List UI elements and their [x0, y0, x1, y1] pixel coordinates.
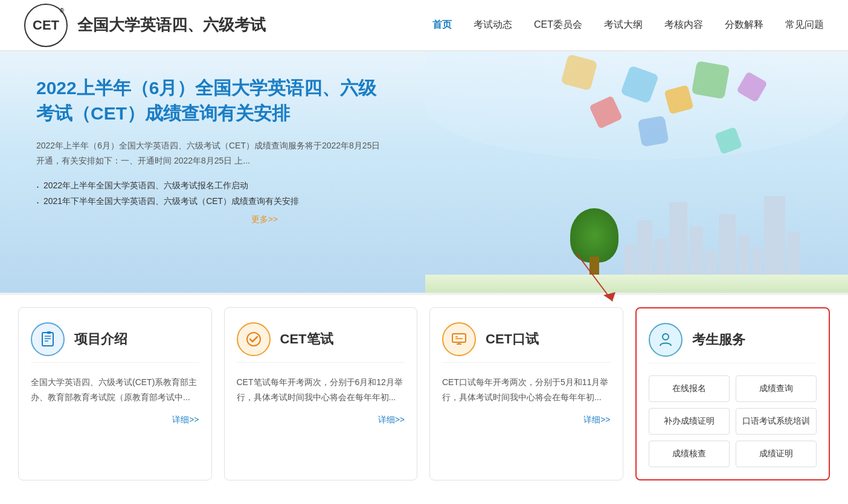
- btn-score-check[interactable]: 成绩核查: [649, 441, 730, 467]
- card-oral-link[interactable]: 详细>>: [442, 415, 611, 426]
- nav-home[interactable]: 首页: [432, 19, 452, 31]
- cards-section: 项目介绍 全国大学英语四、六级考试(CET)系教育部主办、教育部教育考试院（原教…: [0, 295, 848, 493]
- card-project-title: 项目介绍: [74, 330, 127, 348]
- card-project-header: 项目介绍: [31, 322, 199, 363]
- hero-title: 2022上半年（6月）全国大学英语四、六级考试（CET）成绩查询有关安排: [36, 75, 387, 126]
- btn-certificate-reissue[interactable]: 补办成绩证明: [649, 408, 730, 435]
- svg-rect-4: [47, 331, 51, 334]
- card-service: 考生服务 在线报名 成绩查询 补办成绩证明 口语考试系统培训 成绩核查 成绩证明: [635, 307, 830, 480]
- card-oral-header: CET口试: [442, 322, 611, 363]
- service-buttons-grid: 在线报名 成绩查询 补办成绩证明 口语考试系统培训 成绩核查 成绩证明: [649, 375, 817, 467]
- btn-oral-training[interactable]: 口语考试系统培训: [736, 408, 817, 435]
- card-project-link[interactable]: 详细>>: [31, 415, 199, 426]
- card-written: CET笔试 CET笔试每年开考两次，分别于6月和12月举行，具体考试时间我中心将…: [224, 307, 418, 480]
- nav-content[interactable]: 考核内容: [664, 19, 703, 31]
- btn-online-register[interactable]: 在线报名: [649, 375, 730, 402]
- card-written-link[interactable]: 详细>>: [237, 415, 405, 426]
- card-written-icon: [237, 322, 271, 356]
- hero-desc: 2022年上半年（6月）全国大学英语四、六级考试（CET）成绩查询服务将于202…: [36, 138, 387, 168]
- checkmark-icon: [245, 331, 262, 348]
- main-nav: 首页 考试动态 CET委员会 考试大纲 考核内容 分数解释 常见问题: [432, 19, 824, 31]
- computer-icon: [451, 331, 467, 348]
- card-project-body: 全国大学英语四、六级考试(CET)系教育部主办、教育部教育考试院（原教育部考试中…: [31, 375, 199, 405]
- nav-news[interactable]: 考试动态: [474, 19, 512, 31]
- svg-point-5: [247, 333, 260, 346]
- btn-score-cert[interactable]: 成绩证明: [736, 441, 817, 467]
- card-oral-title: CET口试: [486, 330, 539, 348]
- hero-news-list: 2022年上半年全国大学英语四、六级考试报名工作启动 2021年下半年全国大学英…: [36, 180, 387, 207]
- tree-top: [570, 208, 618, 263]
- nav-faq[interactable]: 常见问题: [785, 19, 824, 31]
- cet-logo: CET: [24, 4, 68, 47]
- more-link[interactable]: 更多>>: [36, 214, 278, 225]
- card-written-body: CET笔试每年开考两次，分别于6月和12月举行，具体考试时间我中心将会在每年年初…: [237, 375, 405, 405]
- hero-content: 2022上半年（6月）全国大学英语四、六级考试（CET）成绩查询有关安排 202…: [36, 75, 387, 225]
- btn-score-query[interactable]: 成绩查询: [736, 375, 817, 402]
- card-oral: CET口试 CET口试每年开考两次，分别于5月和11月举行，具体考试时间我中心将…: [429, 307, 623, 480]
- hero-bg: [425, 51, 848, 293]
- nav-scores[interactable]: 分数解释: [725, 19, 763, 31]
- document-icon: [39, 331, 56, 348]
- card-written-header: CET笔试: [237, 322, 405, 363]
- svg-point-11: [663, 334, 669, 340]
- nav-syllabus[interactable]: 考试大纲: [604, 19, 643, 31]
- cards-container: 项目介绍 全国大学英语四、六级考试(CET)系教育部主办、教育部教育考试院（原教…: [0, 295, 848, 493]
- card-service-header: 考生服务: [649, 323, 817, 363]
- cloud-bg: [425, 51, 848, 160]
- site-header: CET 全国大学英语四、六级考试 首页 考试动态 CET委员会 考试大纲 考核内…: [0, 0, 848, 51]
- svg-rect-0: [42, 333, 53, 346]
- card-project-icon: [31, 322, 65, 356]
- logo-area: CET 全国大学英语四、六级考试: [24, 4, 266, 47]
- tree-decoration: [570, 208, 618, 281]
- news-item-2[interactable]: 2021年下半年全国大学英语四、六级考试（CET）成绩查询有关安排: [36, 196, 387, 207]
- card-service-title: 考生服务: [692, 331, 745, 349]
- card-written-title: CET笔试: [280, 330, 333, 348]
- card-oral-body: CET口试每年开考两次，分别于5月和11月举行，具体考试时间我中心将会在每年年初…: [442, 375, 611, 405]
- ground: [425, 275, 848, 293]
- nav-committee[interactable]: CET委员会: [534, 19, 582, 31]
- news-item-1[interactable]: 2022年上半年全国大学英语四、六级考试报名工作启动: [36, 180, 387, 191]
- hero-banner: 2022上半年（6月）全国大学英语四、六级考试（CET）成绩查询有关安排 202…: [0, 51, 848, 293]
- site-title: 全国大学英语四、六级考试: [77, 14, 266, 36]
- card-oral-icon: [442, 322, 476, 356]
- card-project: 项目介绍 全国大学英语四、六级考试(CET)系教育部主办、教育部教育考试院（原教…: [18, 307, 212, 480]
- svg-rect-6: [452, 334, 466, 342]
- person-icon: [657, 331, 674, 348]
- card-service-icon: [649, 323, 683, 357]
